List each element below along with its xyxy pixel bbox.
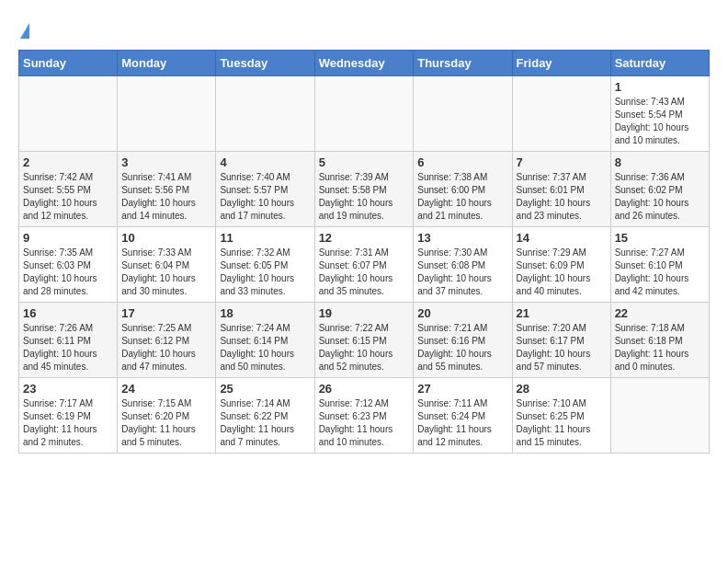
weekday-header-sunday: Sunday [19, 51, 118, 76]
calendar-cell: 5Sunrise: 7:39 AMSunset: 5:58 PMDaylight… [314, 152, 414, 227]
calendar-cell: 10Sunrise: 7:33 AMSunset: 6:04 PMDayligh… [118, 227, 216, 303]
day-number: 20 [417, 306, 507, 320]
day-number: 1 [615, 80, 705, 94]
day-number: 27 [417, 382, 507, 396]
day-number: 26 [319, 382, 410, 396]
day-info: Sunrise: 7:40 AMSunset: 5:57 PMDaylight:… [220, 171, 310, 223]
calendar-cell: 20Sunrise: 7:21 AMSunset: 6:16 PMDayligh… [414, 303, 512, 378]
day-number: 5 [319, 155, 410, 169]
calendar-cell: 13Sunrise: 7:30 AMSunset: 6:08 PMDayligh… [414, 227, 512, 303]
calendar-cell: 14Sunrise: 7:29 AMSunset: 6:09 PMDayligh… [512, 227, 610, 303]
weekday-header-tuesday: Tuesday [216, 51, 314, 76]
weekday-header-monday: Monday [118, 51, 216, 76]
day-info: Sunrise: 7:38 AMSunset: 6:00 PMDaylight:… [417, 171, 507, 223]
calendar-cell: 4Sunrise: 7:40 AMSunset: 5:57 PMDaylight… [216, 152, 314, 227]
week-row-1: 1Sunrise: 7:43 AMSunset: 5:54 PMDaylight… [19, 76, 710, 152]
day-number: 23 [23, 382, 113, 396]
weekday-header-saturday: Saturday [610, 51, 709, 76]
weekday-header-friday: Friday [512, 51, 610, 76]
calendar-cell [512, 76, 610, 152]
day-number: 13 [417, 231, 507, 245]
day-number: 9 [23, 231, 113, 245]
logo-text [18, 18, 29, 40]
calendar-cell: 7Sunrise: 7:37 AMSunset: 6:01 PMDaylight… [512, 152, 610, 227]
day-info: Sunrise: 7:14 AMSunset: 6:22 PMDaylight:… [220, 397, 310, 449]
calendar-cell: 17Sunrise: 7:25 AMSunset: 6:12 PMDayligh… [118, 303, 216, 378]
day-info: Sunrise: 7:42 AMSunset: 5:55 PMDaylight:… [23, 171, 113, 223]
calendar-cell: 11Sunrise: 7:32 AMSunset: 6:05 PMDayligh… [216, 227, 314, 303]
day-number: 8 [615, 155, 705, 169]
day-number: 15 [615, 231, 705, 245]
calendar-cell: 28Sunrise: 7:10 AMSunset: 6:25 PMDayligh… [512, 378, 610, 454]
day-number: 24 [121, 382, 211, 396]
weekday-header-thursday: Thursday [414, 51, 512, 76]
day-info: Sunrise: 7:17 AMSunset: 6:19 PMDaylight:… [23, 397, 113, 449]
calendar-cell: 23Sunrise: 7:17 AMSunset: 6:19 PMDayligh… [19, 378, 118, 454]
day-info: Sunrise: 7:35 AMSunset: 6:03 PMDaylight:… [23, 247, 113, 298]
day-number: 25 [220, 382, 310, 396]
calendar-cell: 18Sunrise: 7:24 AMSunset: 6:14 PMDayligh… [216, 303, 314, 378]
day-info: Sunrise: 7:12 AMSunset: 6:23 PMDaylight:… [319, 397, 410, 449]
calendar-cell [414, 76, 512, 152]
day-info: Sunrise: 7:37 AMSunset: 6:01 PMDaylight:… [517, 171, 607, 223]
day-info: Sunrise: 7:41 AMSunset: 5:56 PMDaylight:… [121, 171, 211, 223]
calendar-cell: 22Sunrise: 7:18 AMSunset: 6:18 PMDayligh… [610, 303, 709, 378]
day-number: 7 [517, 155, 607, 169]
calendar-cell: 24Sunrise: 7:15 AMSunset: 6:20 PMDayligh… [118, 378, 216, 454]
logo-triangle-icon [20, 23, 29, 39]
day-info: Sunrise: 7:10 AMSunset: 6:25 PMDaylight:… [517, 397, 607, 449]
week-row-4: 16Sunrise: 7:26 AMSunset: 6:11 PMDayligh… [19, 303, 710, 378]
day-info: Sunrise: 7:39 AMSunset: 5:58 PMDaylight:… [319, 171, 410, 223]
calendar-cell [216, 76, 314, 152]
calendar-cell: 6Sunrise: 7:38 AMSunset: 6:00 PMDaylight… [414, 152, 512, 227]
day-info: Sunrise: 7:22 AMSunset: 6:15 PMDaylight:… [319, 322, 410, 373]
day-number: 2 [23, 155, 113, 169]
day-info: Sunrise: 7:15 AMSunset: 6:20 PMDaylight:… [121, 397, 211, 449]
week-row-2: 2Sunrise: 7:42 AMSunset: 5:55 PMDaylight… [19, 152, 710, 227]
day-number: 18 [220, 306, 310, 320]
week-row-5: 23Sunrise: 7:17 AMSunset: 6:19 PMDayligh… [19, 378, 710, 454]
day-number: 17 [121, 306, 211, 320]
calendar-cell: 8Sunrise: 7:36 AMSunset: 6:02 PMDaylight… [610, 152, 709, 227]
day-number: 14 [517, 231, 607, 245]
day-info: Sunrise: 7:26 AMSunset: 6:11 PMDaylight:… [23, 322, 113, 373]
calendar-cell: 19Sunrise: 7:22 AMSunset: 6:15 PMDayligh… [314, 303, 414, 378]
day-number: 11 [220, 231, 310, 245]
calendar-cell: 27Sunrise: 7:11 AMSunset: 6:24 PMDayligh… [414, 378, 512, 454]
calendar-cell: 21Sunrise: 7:20 AMSunset: 6:17 PMDayligh… [512, 303, 610, 378]
day-number: 6 [417, 155, 507, 169]
day-info: Sunrise: 7:11 AMSunset: 6:24 PMDaylight:… [417, 397, 507, 449]
calendar-cell [118, 76, 216, 152]
day-info: Sunrise: 7:20 AMSunset: 6:17 PMDaylight:… [517, 322, 607, 373]
day-number: 10 [121, 231, 211, 245]
day-info: Sunrise: 7:32 AMSunset: 6:05 PMDaylight:… [220, 247, 310, 298]
day-number: 21 [517, 306, 607, 320]
day-info: Sunrise: 7:29 AMSunset: 6:09 PMDaylight:… [517, 247, 607, 298]
day-info: Sunrise: 7:18 AMSunset: 6:18 PMDaylight:… [615, 322, 705, 373]
weekday-header-row: SundayMondayTuesdayWednesdayThursdayFrid… [19, 51, 710, 76]
day-info: Sunrise: 7:27 AMSunset: 6:10 PMDaylight:… [615, 247, 705, 298]
day-number: 16 [23, 306, 113, 320]
calendar: SundayMondayTuesdayWednesdayThursdayFrid… [18, 50, 710, 454]
calendar-cell: 16Sunrise: 7:26 AMSunset: 6:11 PMDayligh… [19, 303, 118, 378]
day-info: Sunrise: 7:21 AMSunset: 6:16 PMDaylight:… [417, 322, 507, 373]
calendar-cell [610, 378, 709, 454]
calendar-cell: 9Sunrise: 7:35 AMSunset: 6:03 PMDaylight… [19, 227, 118, 303]
day-number: 28 [517, 382, 607, 396]
day-info: Sunrise: 7:30 AMSunset: 6:08 PMDaylight:… [417, 247, 507, 298]
calendar-cell: 2Sunrise: 7:42 AMSunset: 5:55 PMDaylight… [19, 152, 118, 227]
calendar-cell: 1Sunrise: 7:43 AMSunset: 5:54 PMDaylight… [610, 76, 709, 152]
day-info: Sunrise: 7:31 AMSunset: 6:07 PMDaylight:… [319, 247, 410, 298]
day-number: 19 [319, 306, 410, 320]
day-number: 4 [220, 155, 310, 169]
logo [18, 18, 29, 40]
calendar-cell: 3Sunrise: 7:41 AMSunset: 5:56 PMDaylight… [118, 152, 216, 227]
calendar-cell: 26Sunrise: 7:12 AMSunset: 6:23 PMDayligh… [314, 378, 414, 454]
day-number: 12 [319, 231, 410, 245]
day-info: Sunrise: 7:24 AMSunset: 6:14 PMDaylight:… [220, 322, 310, 373]
day-info: Sunrise: 7:43 AMSunset: 5:54 PMDaylight:… [615, 96, 705, 147]
day-number: 22 [615, 306, 705, 320]
day-number: 3 [121, 155, 211, 169]
day-info: Sunrise: 7:36 AMSunset: 6:02 PMDaylight:… [615, 171, 705, 223]
day-info: Sunrise: 7:25 AMSunset: 6:12 PMDaylight:… [121, 322, 211, 373]
